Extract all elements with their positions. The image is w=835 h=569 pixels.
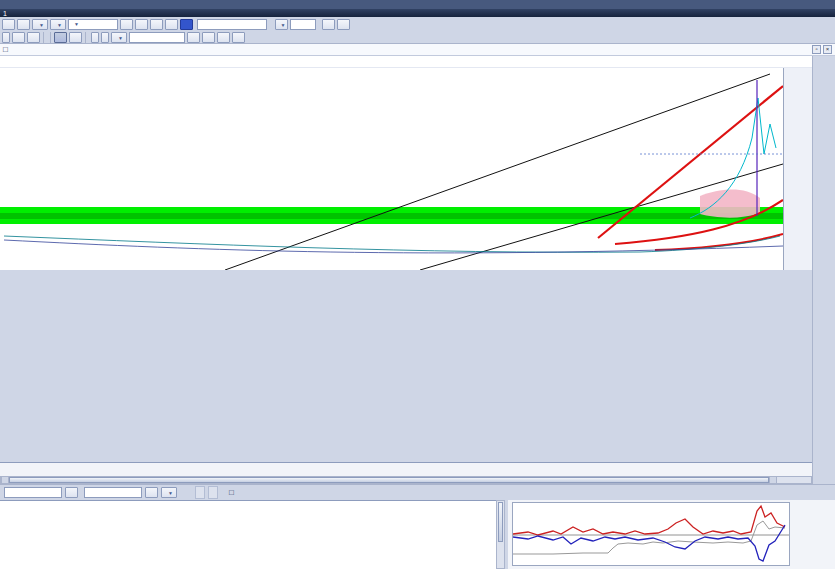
zoom-icon[interactable]	[232, 32, 245, 43]
stock-info-bar: □ ▫ ×	[0, 44, 835, 56]
link-badge[interactable]	[180, 19, 193, 30]
calendar-from-icon[interactable]	[65, 487, 78, 498]
date-from-input[interactable]	[4, 487, 62, 498]
adjusted-price-checkbox[interactable]: □	[229, 488, 236, 497]
toolbar-main	[0, 17, 835, 31]
scroll-right-icon[interactable]	[769, 476, 777, 484]
stock-name-input[interactable]	[197, 19, 267, 30]
net-buy-radio-group	[195, 486, 205, 499]
toolbar-secondary	[0, 31, 835, 44]
reset-button[interactable]	[91, 32, 99, 43]
stock-code-input[interactable]	[68, 19, 118, 30]
date-to-input[interactable]	[84, 487, 142, 498]
time-axis[interactable]	[0, 462, 812, 476]
chart-legend	[0, 56, 812, 68]
drawing-tools-panel	[812, 56, 835, 484]
foreigner-mini-chart	[508, 500, 835, 569]
chart-checkbox[interactable]: □	[3, 45, 8, 54]
new-window-icon[interactable]	[322, 19, 335, 30]
main-chart[interactable]	[0, 68, 783, 270]
investor-toolbar: □	[0, 484, 835, 500]
asset-type-dropdown[interactable]	[32, 19, 48, 30]
won-icon[interactable]	[69, 32, 82, 43]
window-title-bar[interactable]: 1	[0, 9, 835, 17]
indicator-icon[interactable]	[217, 32, 230, 43]
range-dropdown[interactable]	[161, 487, 177, 498]
investor-table[interactable]	[0, 500, 502, 569]
gear-icon[interactable]	[202, 32, 215, 43]
favorite-icon[interactable]	[135, 19, 148, 30]
count-dropdown[interactable]	[275, 19, 288, 30]
restore-icon[interactable]: ▫	[812, 45, 821, 54]
aux-function-button[interactable]	[101, 32, 109, 43]
calendar-icon[interactable]	[187, 32, 200, 43]
credit-trend-dropdown[interactable]	[111, 32, 127, 43]
grid-layout-button[interactable]	[2, 32, 10, 43]
grid-icon[interactable]	[12, 32, 25, 43]
up-button[interactable]	[17, 19, 30, 30]
save-icon[interactable]	[337, 19, 350, 30]
cell-icon[interactable]	[27, 32, 40, 43]
close-icon[interactable]: ×	[823, 45, 832, 54]
app-window: 1	[0, 0, 835, 569]
play-icon[interactable]	[150, 19, 163, 30]
change-stock-dropdown[interactable]	[50, 19, 66, 30]
bar-count-input[interactable]	[290, 19, 316, 30]
table-scrollbar[interactable]	[496, 500, 505, 569]
back-button[interactable]	[2, 19, 15, 30]
price-axis[interactable]	[783, 68, 812, 270]
window-icon: 1	[3, 10, 7, 17]
search-icon[interactable]	[120, 19, 133, 30]
mini-chart-plot[interactable]	[512, 502, 790, 566]
menu-icon[interactable]	[165, 19, 178, 30]
chart-scrollbar[interactable]	[0, 476, 812, 484]
scroll-thumb[interactable]	[498, 502, 503, 542]
scroll-left-icon[interactable]	[1, 476, 9, 484]
checkbox-icon: □	[229, 488, 234, 497]
tab-bar	[0, 0, 835, 9]
unit-radio-group	[208, 486, 218, 499]
crosshair-icon[interactable]	[54, 32, 67, 43]
date-input[interactable]	[129, 32, 185, 43]
scroll-thumb[interactable]	[9, 477, 769, 483]
calendar-to-icon[interactable]	[145, 487, 158, 498]
